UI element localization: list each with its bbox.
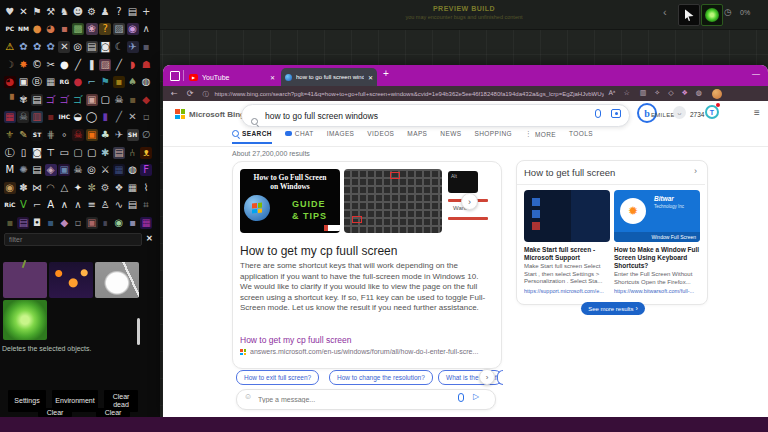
mod-icon[interactable]: ◎ <box>72 41 84 53</box>
mod-icon[interactable]: ◉ <box>4 182 16 194</box>
item-thumb-pear[interactable] <box>95 262 139 298</box>
mod-icon[interactable]: ✕ <box>58 41 70 53</box>
mod-icon[interactable]: ▩ <box>72 23 84 35</box>
mod-icon[interactable]: ▤ <box>127 6 139 18</box>
mod-icon[interactable]: NM <box>17 23 29 35</box>
related-card2-title[interactable]: How to Make a Window Full Screen Using K… <box>614 246 700 270</box>
mod-icon[interactable]: ▪ <box>45 217 57 229</box>
related-card2-image[interactable]: ✹ Bitwar Technology Inc Window Full Scre… <box>614 190 700 242</box>
refresh-icon[interactable]: ⟳ <box>187 90 194 98</box>
mod-icon[interactable]: ✽ <box>17 182 29 194</box>
mod-icon[interactable]: ⋕ <box>45 129 57 141</box>
mod-icon[interactable]: ✼ <box>86 182 98 194</box>
related-card1-image[interactable] <box>524 190 610 242</box>
mod-icon[interactable]: ∘ <box>58 129 70 141</box>
filter-input[interactable] <box>4 233 142 246</box>
mod-icon[interactable]: SH <box>127 129 139 141</box>
mod-icon[interactable]: ゴ <box>58 94 70 106</box>
mod-icon[interactable]: ✿ <box>31 41 43 53</box>
mod-icon[interactable]: ▪ <box>45 111 57 123</box>
rewards-points[interactable]: 2734 <box>690 111 704 118</box>
mod-icon[interactable]: ? <box>99 23 111 35</box>
result-title[interactable]: How to get my cp fuull screen <box>240 244 397 258</box>
mod-icon[interactable]: ◈ <box>45 164 57 176</box>
mod-icon[interactable]: ? <box>113 6 125 18</box>
see-more-results-button[interactable]: See more results › <box>581 302 645 315</box>
mod-icon[interactable]: ⌐ <box>86 76 98 88</box>
mod-icon[interactable]: + <box>140 6 152 18</box>
mod-icon[interactable]: ⊤ <box>45 147 57 159</box>
mod-icon[interactable]: ⚜ <box>4 129 16 141</box>
related-expand-icon[interactable]: › <box>694 166 697 176</box>
mod-icon[interactable]: ✈ <box>113 129 125 141</box>
mod-icon[interactable]: ▨ <box>113 23 125 35</box>
favorites-star-icon[interactable]: ☆ <box>623 90 629 97</box>
mod-icon[interactable]: ▥ <box>31 111 43 123</box>
mod-icon[interactable]: ▫ <box>140 111 152 123</box>
mod-icon[interactable]: M <box>4 164 16 176</box>
mod-icon[interactable]: A <box>45 199 57 211</box>
mod-icon[interactable]: IHC <box>58 111 70 123</box>
result-url[interactable]: answers.microsoft.com/en-us/windows/foru… <box>250 348 494 355</box>
mod-icon[interactable]: ▤ <box>17 217 29 229</box>
mod-icon[interactable]: ❀ <box>86 23 98 35</box>
mod-icon[interactable]: ▣ <box>86 94 98 106</box>
mod-icon[interactable]: ◕ <box>4 76 16 88</box>
mod-icon[interactable]: ▤ <box>127 199 139 211</box>
mod-icon[interactable]: ◍ <box>140 76 152 88</box>
mod-icon[interactable]: ゴ <box>45 94 57 106</box>
mod-icon[interactable]: ▫ <box>72 217 84 229</box>
mod-icon[interactable]: ◙ <box>99 41 111 53</box>
item-thumb-plum[interactable] <box>3 262 47 298</box>
mod-icon[interactable]: ▝ <box>4 94 16 106</box>
extensions-icon[interactable]: ❖ <box>682 90 688 97</box>
related-card2-url[interactable]: https://www.bitwarsoft.com/full-... <box>614 288 700 294</box>
mod-icon[interactable]: ✸ <box>17 59 29 71</box>
tab-maps[interactable]: MAPS <box>407 130 427 142</box>
mod-icon[interactable]: ▣ <box>17 76 29 88</box>
tab-images[interactable]: IMAGES <box>327 130 355 142</box>
search-input[interactable] <box>263 108 567 123</box>
mod-icon[interactable]: ✱ <box>99 147 111 159</box>
mod-icon[interactable]: ◗ <box>127 59 139 71</box>
mod-icon[interactable]: ╱ <box>113 111 125 123</box>
mod-icon[interactable]: ● <box>58 59 70 71</box>
mod-icon[interactable]: ▤ <box>113 147 125 159</box>
mod-icon[interactable]: ◉ <box>113 217 125 229</box>
result-link[interactable]: How to get my cp fuull screen <box>240 335 352 345</box>
tab-news[interactable]: NEWS <box>440 130 461 142</box>
mod-icon[interactable]: ♞ <box>58 6 70 18</box>
clock-icon[interactable]: ◷ <box>724 8 732 17</box>
related-card1-title[interactable]: Make Start full screen - Microsoft Suppo… <box>524 246 610 262</box>
tab-bing-search[interactable]: how to go full screen windows ✕ <box>281 68 377 86</box>
window-menu-icon[interactable] <box>170 71 180 81</box>
mod-icon[interactable]: ◯ <box>86 111 98 123</box>
item-thumb-creatures[interactable] <box>49 262 93 298</box>
mod-icon[interactable]: ▣ <box>58 164 70 176</box>
mod-icon[interactable]: ╱ <box>72 59 84 71</box>
clear-button-partial[interactable]: Clear <box>38 408 72 417</box>
mod-icon[interactable]: ST <box>31 129 43 141</box>
chip-change-resolution[interactable]: How to change the resolution? <box>329 370 433 385</box>
mod-icon[interactable]: ▪ <box>140 41 152 53</box>
mod-icon[interactable]: ☽ <box>4 59 16 71</box>
mod-icon[interactable]: ❚ <box>86 59 98 71</box>
mod-icon[interactable]: ◙ <box>31 147 43 159</box>
tab-youtube[interactable]: ▶ YouTube ✕ <box>187 68 279 86</box>
tab-more[interactable]: ⋮MORE <box>525 130 556 143</box>
mod-icon[interactable]: ▦ <box>45 76 57 88</box>
text-size-icon[interactable]: Aᵃ <box>608 90 615 97</box>
mod-icon[interactable]: ▤ <box>86 41 98 53</box>
mod-icon[interactable]: ⚙ <box>99 182 111 194</box>
emoji-icon[interactable]: ☺ <box>244 393 252 401</box>
cursor-tool-button[interactable] <box>678 4 700 26</box>
chat-mic-icon[interactable] <box>458 393 464 402</box>
clear-button-partial-2[interactable]: Clear <box>96 408 130 417</box>
mod-icon[interactable]: ♣ <box>99 129 111 141</box>
mod-icon[interactable]: ▢ <box>86 147 98 159</box>
chip-exit-full-screen[interactable]: How to exit full screen? <box>236 370 319 385</box>
tab-videos[interactable]: VIDEOS <box>367 130 394 142</box>
carousel-next-button[interactable]: › <box>461 193 478 210</box>
mod-icon[interactable]: ✺ <box>17 164 29 176</box>
site-info-icon[interactable]: ⓘ <box>202 91 208 97</box>
